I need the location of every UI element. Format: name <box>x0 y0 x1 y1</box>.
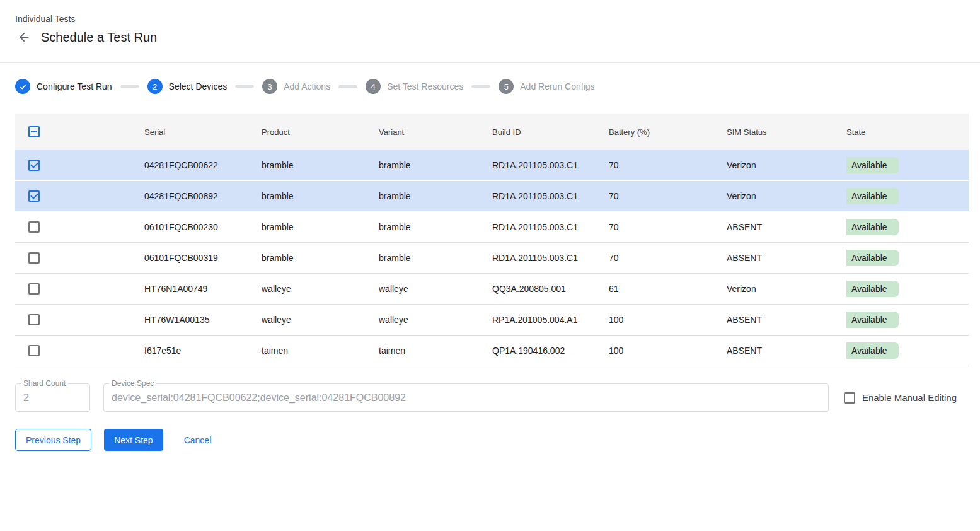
table-body: 04281FQCB00622 bramble bramble RD1A.2011… <box>15 150 969 366</box>
step-configure-test-run[interactable]: Configure Test Run <box>15 79 112 94</box>
cell-serial: 04281FQCB00622 <box>144 160 262 170</box>
column-header-build-id: Build ID <box>492 127 609 137</box>
cell-build-id: QP1A.190416.002 <box>492 346 609 356</box>
cell-build-id: QQ3A.200805.001 <box>492 284 609 294</box>
table-row[interactable]: 06101FQCB00230 bramble bramble RD1A.2011… <box>15 212 969 243</box>
cell-battery: 70 <box>609 222 727 232</box>
cell-product: walleye <box>262 315 379 325</box>
table-row[interactable]: 04281FQCB00622 bramble bramble RD1A.2011… <box>15 150 969 181</box>
cell-build-id: RD1A.201105.003.C1 <box>492 191 609 201</box>
cell-sim-status: ABSENT <box>727 253 846 263</box>
step-set-test-resources[interactable]: 4 Set Test Resources <box>366 79 463 94</box>
cell-serial: HT76N1A00749 <box>144 284 262 294</box>
step-connector <box>471 85 490 88</box>
manual-editing-toggle[interactable]: Enable Manual Editing <box>844 392 957 404</box>
enable-manual-editing-checkbox[interactable] <box>844 392 855 404</box>
cell-serial: f617e51e <box>144 346 262 356</box>
cell-battery: 100 <box>609 315 727 325</box>
select-all-checkbox[interactable] <box>28 126 40 137</box>
cell-build-id: RD1A.201105.003.C1 <box>492 160 609 170</box>
cell-build-id: RD1A.201105.003.C1 <box>492 222 609 232</box>
status-badge: Available <box>846 157 899 173</box>
previous-step-button[interactable]: Previous Step <box>15 429 91 451</box>
shard-count-label: Shard Count <box>21 379 68 388</box>
step-select-devices[interactable]: 2 Select Devices <box>147 79 228 94</box>
cell-product: bramble <box>262 191 379 201</box>
step-5-circle: 5 <box>499 79 514 94</box>
device-spec-input[interactable] <box>104 384 828 411</box>
cancel-button[interactable]: Cancel <box>179 429 217 451</box>
row-checkbox[interactable] <box>28 345 40 356</box>
status-badge: Available <box>846 188 899 204</box>
status-badge: Available <box>846 219 899 235</box>
step-label: Add Actions <box>284 81 330 91</box>
row-checkbox[interactable] <box>28 190 40 202</box>
cell-variant: bramble <box>379 191 492 201</box>
row-checkbox[interactable] <box>28 252 40 264</box>
cell-variant: bramble <box>379 222 492 232</box>
cell-build-id: RD1A.201105.003.C1 <box>492 253 609 263</box>
row-checkbox[interactable] <box>28 283 40 295</box>
table-row[interactable]: f617e51e taimen taimen QP1A.190416.002 1… <box>15 336 969 366</box>
cell-variant: bramble <box>379 253 492 263</box>
step-label: Configure Test Run <box>37 81 112 91</box>
back-button[interactable] <box>16 30 32 45</box>
cell-sim-status: ABSENT <box>727 346 846 356</box>
status-badge: Available <box>846 342 899 359</box>
column-header-product: Product <box>262 127 379 137</box>
device-spec-form: Shard Count Device Spec Enable Manual Ed… <box>15 383 957 412</box>
table-row[interactable]: HT76W1A00135 walleye walleye RP1A.201005… <box>15 305 969 336</box>
row-checkbox[interactable] <box>28 160 40 171</box>
table-header-row: Serial Product Variant Build ID Battery … <box>15 114 969 150</box>
cell-product: bramble <box>262 222 379 232</box>
row-checkbox[interactable] <box>28 221 40 233</box>
cell-sim-status: Verizon <box>727 284 846 294</box>
status-badge: Available <box>846 250 899 266</box>
cell-product: bramble <box>262 160 379 170</box>
cell-serial: 06101FQCB00319 <box>144 253 262 263</box>
shard-count-field: Shard Count <box>15 383 90 412</box>
step-connector <box>235 85 254 88</box>
back-arrow-icon <box>17 30 31 44</box>
cell-variant: walleye <box>379 315 492 325</box>
cell-battery: 70 <box>609 191 727 201</box>
status-badge: Available <box>846 281 899 297</box>
device-spec-field: Device Spec <box>103 383 829 412</box>
page-title: Schedule a Test Run <box>41 30 157 45</box>
cell-variant: walleye <box>379 284 492 294</box>
row-checkbox[interactable] <box>28 314 40 325</box>
cell-battery: 70 <box>609 160 727 170</box>
step-add-actions[interactable]: 3 Add Actions <box>262 79 330 94</box>
step-1-circle <box>15 79 30 94</box>
table-row[interactable]: 06101FQCB00319 bramble bramble RD1A.2011… <box>15 243 969 274</box>
table-row[interactable]: HT76N1A00749 walleye walleye QQ3A.200805… <box>15 274 969 305</box>
step-label: Select Devices <box>169 81 228 91</box>
shard-count-input[interactable] <box>16 384 89 411</box>
cell-serial: 06101FQCB00230 <box>144 222 262 232</box>
cell-product: walleye <box>262 284 379 294</box>
cell-product: taimen <box>262 346 379 356</box>
cell-serial: 04281FQCB00892 <box>144 191 262 201</box>
step-label: Set Test Resources <box>387 81 463 91</box>
table-row[interactable]: 04281FQCB00892 bramble bramble RD1A.2011… <box>15 181 969 212</box>
page-header: Individual Tests Schedule a Test Run <box>0 0 980 63</box>
enable-manual-editing-label: Enable Manual Editing <box>862 392 957 403</box>
cell-variant: bramble <box>379 160 492 170</box>
cell-build-id: RP1A.201005.004.A1 <box>492 315 609 325</box>
column-header-variant: Variant <box>379 127 492 137</box>
action-buttons: Previous Step Next Step Cancel <box>15 429 965 451</box>
step-add-rerun-configs[interactable]: 5 Add Rerun Configs <box>499 79 594 94</box>
column-header-state: State <box>846 127 969 137</box>
column-header-serial: Serial <box>144 127 262 137</box>
cell-battery: 70 <box>609 253 727 263</box>
next-step-button[interactable]: Next Step <box>104 429 163 451</box>
cell-product: bramble <box>262 253 379 263</box>
status-badge: Available <box>846 312 899 328</box>
device-spec-label: Device Spec <box>109 379 156 388</box>
column-header-sim-status: SIM Status <box>727 127 846 137</box>
cell-sim-status: ABSENT <box>727 222 846 232</box>
cell-variant: taimen <box>379 346 492 356</box>
step-connector <box>120 85 139 88</box>
stepper: Configure Test Run 2 Select Devices 3 Ad… <box>15 78 965 95</box>
cell-battery: 61 <box>609 284 727 294</box>
